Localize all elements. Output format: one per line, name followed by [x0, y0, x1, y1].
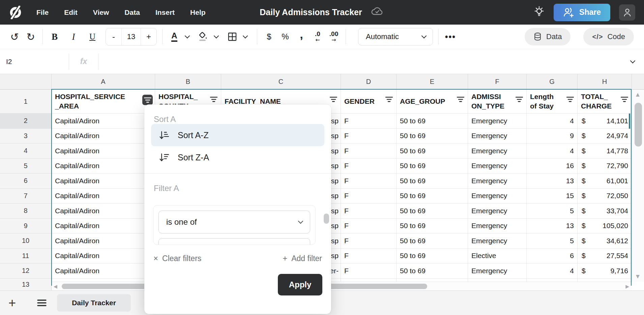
italic-button[interactable]: I [67, 29, 80, 45]
row-number[interactable]: 3 [0, 129, 52, 144]
add-filter-button[interactable]: + Add filter [283, 254, 322, 263]
cell-A5[interactable]: Capital/Adiron [52, 159, 155, 174]
cell-F8[interactable]: Emergency [468, 203, 527, 219]
menu-insert[interactable]: Insert [155, 8, 175, 17]
redo-button[interactable]: ↻ [24, 29, 37, 45]
cell-H4[interactable]: $ 14,778 [578, 144, 632, 159]
cell-D7[interactable]: F [341, 189, 397, 204]
vertical-scrollbar[interactable]: ▲ ▼ [632, 90, 644, 282]
column-letter-A[interactable]: A [52, 74, 155, 90]
cell-A11[interactable]: Capital/Adiron [52, 249, 155, 264]
bold-button[interactable]: B [48, 29, 61, 45]
cell-E3[interactable]: 50 to 69 [397, 129, 468, 144]
cell-E8[interactable]: 50 to 69 [397, 203, 468, 219]
cell-E4[interactable]: 50 to 69 [397, 144, 468, 159]
cell-G7[interactable]: 15 [527, 189, 578, 204]
row-number[interactable]: 5 [0, 159, 52, 174]
increase-decimals-button[interactable]: .00→ [327, 29, 340, 45]
menu-data[interactable]: Data [124, 8, 140, 17]
header-cell-E1[interactable]: AGE_GROUP [397, 90, 468, 114]
cell-D8[interactable]: F [341, 203, 397, 219]
formula-bar-expand-icon[interactable] [630, 58, 636, 63]
cell-G5[interactable]: 16 [527, 159, 578, 174]
cell-H3[interactable]: $ 24,974 [578, 129, 632, 144]
cell-F5[interactable]: Emergency [468, 159, 527, 174]
row-number[interactable]: 12 [0, 263, 52, 279]
cell-F10[interactable]: Emergency [468, 233, 527, 249]
header-cell-H1[interactable]: TOTAL_ CHARGE [578, 90, 632, 114]
cell-G8[interactable]: 5 [527, 203, 578, 219]
column-letter-D[interactable]: D [341, 74, 397, 90]
sort-az-option[interactable]: Sort A-Z [151, 124, 324, 146]
borders-dropdown[interactable] [239, 29, 252, 45]
cell-A7[interactable]: Capital/Adiron [52, 189, 155, 204]
formula-input[interactable] [98, 49, 631, 74]
font-size-decrease-button[interactable]: - [106, 28, 121, 45]
data-panel-button[interactable]: Data [525, 28, 570, 45]
fill-color-button[interactable] [197, 29, 210, 45]
cell-D3[interactable]: F [341, 129, 397, 144]
text-color-dropdown[interactable] [181, 29, 194, 45]
cell-A12[interactable]: Capital/Adiron [52, 263, 155, 279]
filter-icon[interactable] [565, 95, 576, 104]
cell-E12[interactable]: 50 to 69 [397, 263, 468, 279]
filter-icon[interactable] [619, 95, 630, 104]
cell-H7[interactable]: $ 72,050 [578, 189, 632, 204]
corner-cell[interactable] [0, 74, 52, 90]
apply-button[interactable]: Apply [278, 274, 322, 295]
filter-icon[interactable] [328, 95, 339, 104]
cell-E9[interactable]: 50 to 69 [397, 219, 468, 234]
row-number[interactable]: 7 [0, 189, 52, 204]
cell-H12[interactable]: $ 9,716 [578, 263, 632, 279]
filter-icon[interactable] [384, 95, 394, 104]
borders-button[interactable] [226, 29, 239, 45]
filter-value-input[interactable] [158, 238, 310, 245]
code-panel-button[interactable]: </> Code [583, 28, 634, 45]
scroll-up-icon[interactable]: ▲ [636, 92, 640, 97]
decrease-decimals-button[interactable]: .0← [311, 29, 324, 45]
cell-D6[interactable]: F [341, 174, 397, 189]
cell-A10[interactable]: Capital/Adiron [52, 233, 155, 249]
menu-help[interactable]: Help [190, 8, 206, 17]
cell-F4[interactable]: Emergency [468, 144, 527, 159]
row-number[interactable]: 11 [0, 249, 52, 264]
cell-E2[interactable]: 50 to 69 [397, 114, 468, 129]
cell-E10[interactable]: 50 to 69 [397, 233, 468, 249]
column-letter-G[interactable]: G [527, 74, 578, 90]
column-letter-E[interactable]: E [397, 74, 468, 90]
cell-E7[interactable]: 50 to 69 [397, 189, 468, 204]
scroll-right-icon[interactable]: ▶ [625, 284, 629, 289]
popup-scrollbar-thumb[interactable] [324, 214, 329, 224]
row-number[interactable]: 13 [0, 279, 52, 291]
cell-F2[interactable]: Emergency [468, 114, 527, 129]
thousands-separator-button[interactable]: , [295, 29, 308, 45]
undo-button[interactable]: ↺ [8, 29, 21, 45]
header-cell-D1[interactable]: GENDER [341, 90, 397, 114]
cell-H11[interactable]: $ 27,554 [578, 249, 632, 264]
cell-A3[interactable]: Capital/Adiron [52, 129, 155, 144]
scroll-down-icon[interactable]: ▼ [636, 274, 640, 279]
cell-reference-box[interactable]: I2 [0, 58, 69, 66]
percent-format-button[interactable]: % [279, 29, 292, 45]
row-number[interactable]: 10 [0, 233, 52, 249]
row-number[interactable]: 9 [0, 219, 52, 234]
row-number[interactable]: 1 [0, 90, 52, 114]
cell-F6[interactable]: Emergency [468, 174, 527, 189]
menu-edit[interactable]: Edit [64, 8, 78, 17]
column-letter-H[interactable]: H [578, 74, 632, 90]
cell-D4[interactable]: F [341, 144, 397, 159]
cell-D11[interactable]: F [341, 249, 397, 264]
cell-E5[interactable]: 50 to 69 [397, 159, 468, 174]
sheet-list-button[interactable] [37, 299, 47, 307]
clear-filters-button[interactable]: × Clear filters [153, 254, 201, 263]
column-letter-F[interactable]: F [468, 74, 527, 90]
header-cell-G1[interactable]: Length of Stay [527, 90, 578, 114]
cell-F11[interactable]: Elective [468, 249, 527, 264]
currency-format-button[interactable]: $ [263, 29, 275, 45]
cell-G2[interactable]: 4 [527, 114, 578, 129]
cell-G3[interactable]: 9 [527, 129, 578, 144]
filter-icon[interactable] [514, 95, 525, 104]
vertical-scrollbar-thumb[interactable] [635, 103, 642, 147]
cell-F12[interactable]: Emergency [468, 263, 527, 279]
cell-G12[interactable]: 4 [527, 263, 578, 279]
